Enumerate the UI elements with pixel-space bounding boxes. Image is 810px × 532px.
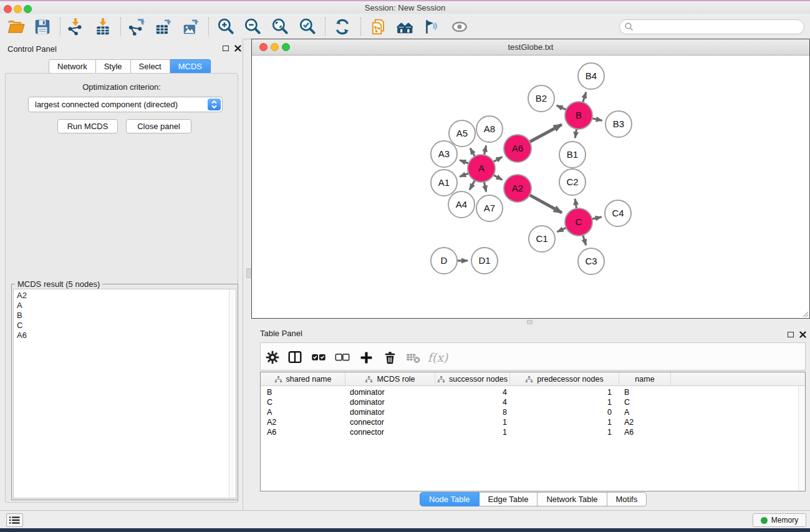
network-graph[interactable]: B4B2BB3A8A5A6A3B1AC2A1A2A4A7C4CC1DD1C3 xyxy=(252,56,809,318)
eye-button[interactable] xyxy=(449,16,470,37)
graph-node-B2[interactable]: B2 xyxy=(528,85,554,112)
mcds-result-item[interactable]: B xyxy=(14,311,228,321)
table-row[interactable]: Bdominator41B xyxy=(261,387,798,397)
column-header-shared-name[interactable]: shared name xyxy=(261,372,345,386)
mcds-result-item[interactable]: A6 xyxy=(14,331,228,341)
vertical-divider-handle[interactable] xyxy=(246,268,251,278)
flag-button[interactable] xyxy=(421,16,442,37)
import-table-button[interactable] xyxy=(92,16,113,37)
close-panel-button[interactable]: Close panel xyxy=(126,119,191,133)
memory-button[interactable]: Memory xyxy=(753,513,806,527)
graph-node-A7[interactable]: A7 xyxy=(476,195,503,221)
destroy-table-button[interactable] xyxy=(403,347,423,367)
float-panel-icon[interactable] xyxy=(223,46,229,51)
deselect-all-button[interactable] xyxy=(332,347,352,367)
desktop-strip-bottom xyxy=(0,528,810,532)
horizontal-divider-handle[interactable] xyxy=(527,320,533,324)
network-window-titlebar: testGlobe.txt xyxy=(252,39,809,56)
run-mcds-button[interactable]: Run MCDS xyxy=(57,119,118,133)
column-header-mcds-role[interactable]: MCDS role xyxy=(345,372,435,386)
graph-node-A6[interactable]: A6 xyxy=(504,135,531,162)
delete-column-button[interactable] xyxy=(380,347,400,367)
graph-node-A[interactable]: A xyxy=(468,155,495,182)
graph-node-C[interactable]: C xyxy=(565,208,592,236)
tab-mcds[interactable]: MCDS xyxy=(170,59,211,74)
mcds-result-item[interactable]: A2 xyxy=(14,291,228,301)
select-all-button[interactable] xyxy=(309,347,329,367)
graph-node-A3[interactable]: A3 xyxy=(431,141,457,167)
graph-node-A2[interactable]: A2 xyxy=(504,175,531,202)
graph-node-C2[interactable]: C2 xyxy=(559,169,586,195)
graph-node-B1[interactable]: B1 xyxy=(559,142,586,168)
graph-node-B4[interactable]: B4 xyxy=(578,63,604,89)
copy-network-button[interactable] xyxy=(368,16,389,37)
mcds-list-scrollbar[interactable] xyxy=(229,289,236,498)
column-header-name[interactable]: name xyxy=(619,372,671,386)
save-session-icon xyxy=(33,17,52,36)
close-panel-icon[interactable] xyxy=(234,45,241,52)
graph-node-A8[interactable]: A8 xyxy=(476,116,503,142)
graph-node-D[interactable]: D xyxy=(431,248,457,274)
zoom-out-button[interactable] xyxy=(242,16,263,37)
graph-node-D1[interactable]: D1 xyxy=(471,248,498,274)
tab-select[interactable]: Select xyxy=(131,59,170,74)
task-history-button[interactable] xyxy=(6,513,23,527)
tab-node-table[interactable]: Node Table xyxy=(420,492,480,506)
zoom-fit-button[interactable] xyxy=(269,16,291,37)
table-row[interactable]: Adominator80A xyxy=(261,407,798,417)
refresh-button[interactable] xyxy=(332,16,353,37)
graph-edge[interactable] xyxy=(529,195,562,213)
tab-edge-table[interactable]: Edge Table xyxy=(480,492,538,506)
network-canvas[interactable]: B4B2BB3A8A5A6A3B1AC2A1A2A4A7C4CC1DD1C3 xyxy=(252,56,809,318)
graph-node-A1[interactable]: A1 xyxy=(431,170,457,196)
save-session-button[interactable] xyxy=(32,16,53,37)
zoom-selected-button[interactable] xyxy=(297,16,318,37)
tab-motifs[interactable]: Motifs xyxy=(607,492,647,506)
svg-text:A1: A1 xyxy=(438,177,450,188)
table-row[interactable]: A2connector11A2 xyxy=(261,417,798,427)
graph-node-C4[interactable]: C4 xyxy=(605,200,631,226)
graph-node-A4[interactable]: A4 xyxy=(448,191,475,218)
column-header-predecessor-nodes[interactable]: predecessor nodes xyxy=(510,372,619,386)
table-cell: dominator xyxy=(350,387,385,397)
graph-node-A5[interactable]: A5 xyxy=(449,120,475,147)
table-settings-button[interactable] xyxy=(263,347,282,367)
tab-style[interactable]: Style xyxy=(96,59,131,74)
search-field[interactable] xyxy=(619,19,804,34)
float-panel-icon[interactable] xyxy=(788,332,794,337)
import-network-button[interactable] xyxy=(65,16,86,37)
search-input[interactable] xyxy=(634,21,804,33)
mcds-result-item[interactable]: A xyxy=(14,301,228,311)
graph-node-B3[interactable]: B3 xyxy=(605,111,632,137)
graph-node-C1[interactable]: C1 xyxy=(529,226,555,252)
close-panel-icon[interactable] xyxy=(799,331,806,338)
open-file-button[interactable] xyxy=(6,16,27,37)
tab-network[interactable]: Network xyxy=(49,59,96,74)
show-columns-button[interactable] xyxy=(285,347,305,367)
add-column-button[interactable] xyxy=(356,347,376,367)
tab-network-table[interactable]: Network Table xyxy=(538,492,607,506)
svg-text:A3: A3 xyxy=(438,148,450,159)
graph-node-B[interactable]: B xyxy=(565,102,592,129)
import-table-icon xyxy=(94,17,112,36)
table-row[interactable]: A6connector11A6 xyxy=(261,427,798,437)
mcds-result-item[interactable]: C xyxy=(14,321,228,331)
column-header-successor-nodes[interactable]: successor nodes xyxy=(435,372,510,386)
resize-grip-icon[interactable] xyxy=(801,310,809,317)
table-cell: A xyxy=(267,407,272,417)
graph-node-C3[interactable]: C3 xyxy=(578,248,604,274)
zoom-in-button[interactable] xyxy=(215,16,236,37)
export-network-button[interactable] xyxy=(126,16,147,37)
mcds-pane: Optimization criterion: largest connecte… xyxy=(5,73,238,503)
svg-text:D1: D1 xyxy=(478,255,490,266)
svg-text:B1: B1 xyxy=(567,149,578,160)
function-builder-button[interactable]: f(x) xyxy=(424,347,451,367)
table-scrollbar[interactable] xyxy=(798,386,805,491)
graph-edge[interactable] xyxy=(529,125,562,143)
node-table: shared name MCDS role successor nodes xyxy=(260,372,806,491)
criterion-select[interactable]: largest connected component (directed) xyxy=(28,97,223,112)
table-row[interactable]: Cdominator41C xyxy=(261,397,798,407)
export-image-button[interactable] xyxy=(180,16,201,37)
export-table-button[interactable] xyxy=(153,16,174,37)
homes-button[interactable] xyxy=(394,16,415,37)
